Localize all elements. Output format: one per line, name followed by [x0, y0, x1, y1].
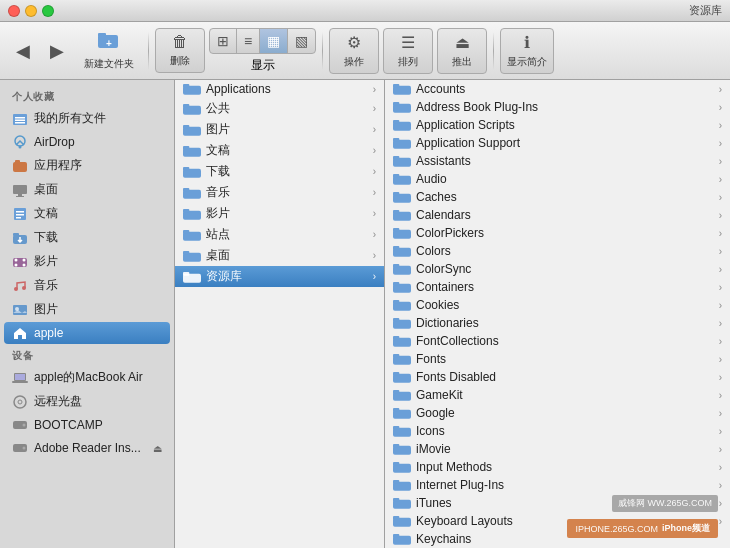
panel2-file-arrow: ›	[719, 138, 722, 149]
sidebar-item-downloads-label: 下载	[34, 229, 58, 246]
view-cover-btn[interactable]: ▧	[288, 29, 315, 53]
panel2-file-item[interactable]: GameKit ›	[385, 386, 730, 404]
sidebar-item-docs[interactable]: 文稿	[4, 202, 170, 225]
svg-point-8	[19, 146, 22, 149]
personal-section-label: 个人收藏	[0, 86, 174, 106]
panel1-file-item[interactable]: 音乐 ›	[175, 182, 384, 203]
panel2-file-item[interactable]: FontCollections ›	[385, 332, 730, 350]
panel1-file-item[interactable]: 图片 ›	[175, 119, 384, 140]
panel2-file-arrow: ›	[719, 174, 722, 185]
music-icon	[12, 278, 28, 294]
panel1-file-item[interactable]: 桌面 ›	[175, 245, 384, 266]
panel1-file-item[interactable]: 站点 ›	[175, 224, 384, 245]
maximize-button[interactable]	[42, 5, 54, 17]
sidebar-item-bootcamp[interactable]: BOOTCAMP	[4, 414, 170, 436]
svg-rect-67	[393, 156, 399, 160]
panel1-file-arrow: ›	[373, 166, 376, 177]
svg-rect-83	[393, 300, 399, 304]
sort-icon: ☰	[401, 33, 415, 52]
sidebar-item-adobe[interactable]: Adobe Reader Ins... ⏏	[4, 437, 170, 459]
panel2-file-item[interactable]: iMovie ›	[385, 440, 730, 458]
panel2-file-item[interactable]: Address Book Plug-Ins ›	[385, 98, 730, 116]
panel2-file-item[interactable]: Application Scripts ›	[385, 116, 730, 134]
sidebar: 个人收藏 我的所有文件 AirDrop 应用程序 桌面	[0, 80, 175, 548]
panel2-file-item[interactable]: Cookies ›	[385, 296, 730, 314]
panel2-file-item[interactable]: Assistants ›	[385, 152, 730, 170]
info-label: 显示简介	[507, 55, 547, 69]
svg-point-24	[23, 263, 26, 266]
sidebar-item-music[interactable]: 音乐	[4, 274, 170, 297]
panel2-file-arrow: ›	[719, 156, 722, 167]
view-icon-btn[interactable]: ⊞	[210, 29, 237, 53]
panel2-file-item[interactable]: Calendars ›	[385, 206, 730, 224]
panel2-file-item[interactable]: Fonts Disabled ›	[385, 368, 730, 386]
sidebar-item-allfiles[interactable]: 我的所有文件	[4, 107, 170, 130]
sidebar-item-remote[interactable]: 远程光盘	[4, 390, 170, 413]
panel1-file-item[interactable]: 文稿 ›	[175, 140, 384, 161]
panel2-file-label: Calendars	[416, 208, 714, 222]
panel2-file-item[interactable]: ColorPickers ›	[385, 224, 730, 242]
panel1-file-item[interactable]: Applications ›	[175, 80, 384, 98]
sidebar-item-desktop[interactable]: 桌面	[4, 178, 170, 201]
laptop-icon	[12, 370, 28, 386]
panel2-file-label: Accounts	[416, 82, 714, 96]
panel1-file-item[interactable]: 下载 ›	[175, 161, 384, 182]
sidebar-item-photos[interactable]: 图片	[4, 298, 170, 321]
view-column-btn[interactable]: ▦	[260, 29, 288, 53]
sidebar-item-macbook-label: apple的MacBook Air	[34, 369, 143, 386]
panel2-file-label: ColorSync	[416, 262, 714, 276]
separator1	[148, 32, 149, 70]
panel2-file-item[interactable]: Application Support ›	[385, 134, 730, 152]
panel2-file-item[interactable]: Input Methods ›	[385, 458, 730, 476]
panel1: Applications › 公共 › 图片 › 文稿 › 下载 ›	[175, 80, 385, 548]
panel2-file-item[interactable]: Icons ›	[385, 422, 730, 440]
sidebar-item-apple[interactable]: apple	[4, 322, 170, 344]
sidebar-item-movies[interactable]: 影片	[4, 250, 170, 273]
close-button[interactable]	[8, 5, 20, 17]
panel2-file-arrow: ›	[719, 516, 722, 527]
panel2-file-item[interactable]: Caches ›	[385, 188, 730, 206]
svg-point-33	[18, 400, 22, 404]
panel2-file-item[interactable]: Audio ›	[385, 170, 730, 188]
panel2-file-item[interactable]: Fonts ›	[385, 350, 730, 368]
panel2-file-arrow: ›	[719, 246, 722, 257]
svg-text:+: +	[106, 38, 112, 49]
sidebar-item-apps[interactable]: 应用程序	[4, 154, 170, 177]
docs-icon	[12, 206, 28, 222]
panel2-file-arrow: ›	[719, 372, 722, 383]
movies-icon	[12, 254, 28, 270]
panel2-file-item[interactable]: Accounts ›	[385, 80, 730, 98]
panel2-file-item[interactable]: Google ›	[385, 404, 730, 422]
delete-button[interactable]: 🗑 删除	[155, 28, 205, 73]
panel2-file-item[interactable]: Dictionaries ›	[385, 314, 730, 332]
svg-rect-17	[16, 217, 21, 219]
sidebar-item-airdrop[interactable]: AirDrop	[4, 131, 170, 153]
svg-rect-63	[393, 120, 399, 124]
eject-button[interactable]: ⏏ 推出	[437, 28, 487, 74]
panel2-file-item[interactable]: Internet Plug-Ins ›	[385, 476, 730, 494]
panel1-file-item[interactable]: 影片 ›	[175, 203, 384, 224]
panel2-file-item[interactable]: Colors ›	[385, 242, 730, 260]
panel2-file-item[interactable]: Containers ›	[385, 278, 730, 296]
panel2-file-label: Address Book Plug-Ins	[416, 100, 714, 114]
action-label: 操作	[344, 55, 364, 69]
sidebar-item-macbook[interactable]: apple的MacBook Air	[4, 366, 170, 389]
panel1-file-item[interactable]: 公共 ›	[175, 98, 384, 119]
new-folder-button[interactable]: + 新建文件夹	[76, 27, 142, 75]
info-button[interactable]: ℹ 显示简介	[500, 28, 554, 74]
minimize-button[interactable]	[25, 5, 37, 17]
back-button[interactable]: ◀	[8, 36, 38, 66]
svg-point-26	[22, 286, 26, 290]
action-button[interactable]: ⚙ 操作	[329, 28, 379, 74]
separator3	[493, 32, 494, 70]
panel2-file-item[interactable]: ColorSync ›	[385, 260, 730, 278]
svg-rect-65	[393, 138, 399, 142]
view-list-btn[interactable]: ≡	[237, 29, 260, 53]
sort-button[interactable]: ☰ 排列	[383, 28, 433, 74]
panel2-file-label: Internet Plug-Ins	[416, 478, 714, 492]
panel1-file-label: 公共	[206, 100, 368, 117]
forward-button[interactable]: ▶	[42, 36, 72, 66]
sidebar-item-downloads[interactable]: 下载	[4, 226, 170, 249]
panel2-file-arrow: ›	[719, 120, 722, 131]
panel1-file-item[interactable]: 资源库 ›	[175, 266, 384, 287]
